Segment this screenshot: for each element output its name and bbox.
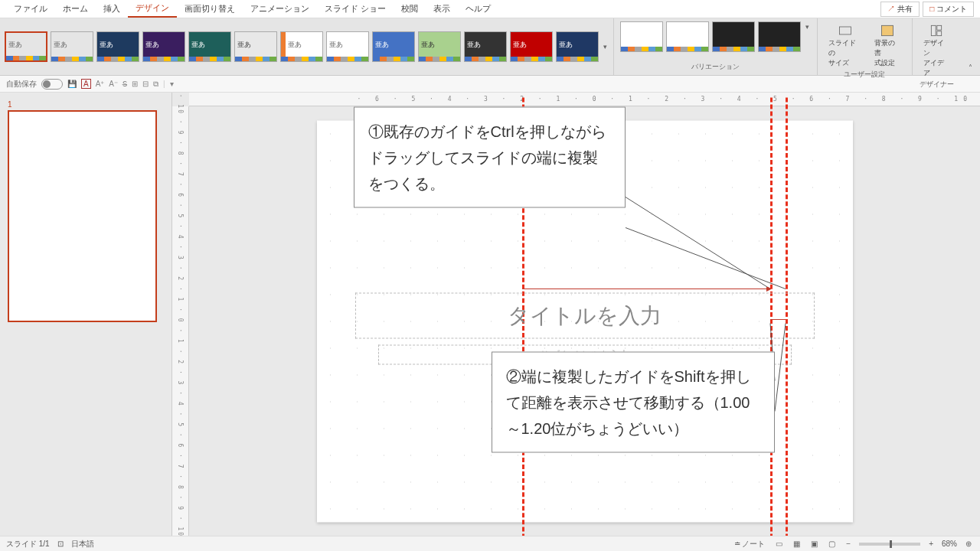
theme-thumb[interactable]: 亜あ: [418, 31, 461, 62]
strikethrough-icon[interactable]: S̶: [122, 80, 127, 88]
autosave-label: 自動保存: [6, 79, 37, 90]
theme-thumb[interactable]: 亜あ: [510, 31, 553, 62]
slide-thumbnail[interactable]: [8, 110, 157, 322]
theme-thumb[interactable]: 亜あ: [280, 31, 323, 62]
sorter-view-button[interactable]: ▦: [791, 540, 802, 548]
menu-bar: ファイル ホーム 挿入 デザイン 画面切り替え アニメーション スライド ショー…: [0, 0, 980, 18]
slide-canvas[interactable]: タイトルを入力 サブタイトルを入力 ①既存のガイドをCtrlを押しながらドラッグ…: [317, 120, 853, 522]
share-button[interactable]: ↗ 共有: [880, 2, 920, 17]
svg-rect-2: [932, 25, 936, 35]
variation-thumb[interactable]: [712, 21, 755, 52]
svg-rect-4: [937, 31, 942, 36]
theme-thumb[interactable]: 亜あ: [234, 31, 277, 62]
zoom-level[interactable]: 68%: [942, 540, 957, 548]
theme-thumb[interactable]: 亜あ: [372, 31, 415, 62]
font-increase-icon[interactable]: A⁺: [96, 80, 105, 88]
menu-view[interactable]: 表示: [426, 1, 458, 17]
menu-file[interactable]: ファイル: [6, 1, 55, 17]
horizontal-ruler[interactable]: · 6 · 5 · 4 · 3 · 2 · 1 · 0 · 1 · 2 · 3 …: [189, 93, 980, 106]
theme-thumb[interactable]: 亜あ: [464, 31, 507, 62]
qat-separator: |: [163, 80, 165, 88]
design-ideas-button[interactable]: デザイン アイデア: [919, 21, 955, 80]
menu-transitions[interactable]: 画面切り替え: [177, 1, 243, 17]
svg-line-5: [626, 197, 770, 289]
svg-rect-0: [839, 27, 851, 34]
autosave-toggle[interactable]: [41, 79, 63, 90]
design-idea-icon: [929, 23, 944, 38]
zoom-out-button[interactable]: −: [844, 540, 853, 548]
ribbon-collapse-button[interactable]: ˄: [961, 60, 980, 75]
theme-more-button[interactable]: ▾: [602, 41, 609, 52]
theme-gallery: 亜あ 亜あ 亜あ 亜あ 亜あ 亜あ 亜あ 亜あ 亜あ 亜あ 亜あ 亜あ 亜あ ▾: [0, 18, 613, 75]
theme-thumb[interactable]: 亜あ: [326, 31, 369, 62]
menu-design[interactable]: デザイン: [128, 0, 177, 18]
comment-button[interactable]: □ コメント: [923, 2, 974, 17]
theme-thumb[interactable]: 亜あ: [556, 31, 599, 62]
menu-slideshow[interactable]: スライド ショー: [317, 1, 394, 17]
reading-view-button[interactable]: ▣: [808, 540, 820, 548]
background-icon: [880, 23, 895, 38]
menu-help[interactable]: ヘルプ: [458, 1, 498, 17]
distribute-icon[interactable]: ⊟: [142, 80, 149, 88]
background-format-button[interactable]: 背景の書 式設定: [870, 21, 906, 70]
slide-indicator: スライド 1/1: [6, 539, 50, 549]
svg-rect-3: [937, 25, 942, 30]
svg-rect-1: [882, 25, 893, 35]
ribbon-label-variation: バリエーション: [691, 62, 740, 72]
accessibility-icon[interactable]: ⊡: [57, 540, 64, 548]
language-indicator[interactable]: 日本語: [71, 539, 94, 549]
theme-thumb[interactable]: 亜あ: [5, 31, 47, 62]
ribbon-design: 亜あ 亜あ 亜あ 亜あ 亜あ 亜あ 亜あ 亜あ 亜あ 亜あ 亜あ 亜あ 亜あ ▾…: [0, 18, 980, 76]
main-area: 1 · 6 · 5 · 4 · 3 · 2 · 1 · 0 · 1 · 2 · …: [0, 93, 980, 536]
ribbon-label-designer: デザイナー: [920, 80, 954, 90]
menu-review[interactable]: 校閲: [394, 1, 426, 17]
menu-animations[interactable]: アニメーション: [243, 1, 317, 17]
slideshow-view-button[interactable]: ▢: [826, 540, 838, 548]
variation-thumb[interactable]: [620, 21, 663, 52]
title-placeholder[interactable]: タイトルを入力: [355, 292, 815, 338]
notes-button[interactable]: ≐ ノート: [732, 539, 768, 549]
align-icon[interactable]: ⊞: [132, 80, 138, 88]
slide-number: 1: [8, 100, 164, 109]
save-icon[interactable]: 💾: [67, 80, 77, 88]
zoom-in-button[interactable]: +: [926, 540, 936, 548]
qat-dropdown-icon[interactable]: ▾: [170, 80, 174, 88]
slide-size-button[interactable]: スライドの サイズ: [824, 21, 867, 70]
zoom-slider[interactable]: [859, 543, 920, 546]
variation-more-button[interactable]: ▾: [804, 21, 811, 52]
textbox-icon[interactable]: A: [81, 79, 91, 89]
variation-thumb[interactable]: [666, 21, 709, 52]
canvas-wrap[interactable]: タイトルを入力 サブタイトルを入力 ①既存のガイドをCtrlを押しながらドラッグ…: [189, 106, 980, 536]
theme-thumb[interactable]: 亜あ: [96, 31, 139, 62]
quick-access-toolbar: 自動保存 💾 A A⁺ A⁻ S̶ ⊞ ⊟ ⧉ | ▾: [0, 76, 980, 93]
svg-line-6: [626, 227, 786, 289]
theme-thumb[interactable]: 亜あ: [142, 31, 185, 62]
callout-2: ②端に複製したガイドをShiftを押して距離を表示させて移動する（1.00～1.…: [492, 351, 775, 452]
menu-home[interactable]: ホーム: [55, 1, 96, 17]
ribbon-group-variation: ▾ バリエーション: [613, 18, 817, 75]
vertical-ruler[interactable]: 14 · 13 · 12 · 11 · 10 · 9 · 8 · 7 · 6 ·…: [172, 106, 189, 536]
ribbon-group-designer: デザイン アイデア デザイナー: [912, 18, 961, 75]
fit-window-button[interactable]: ⊕: [963, 540, 974, 548]
menu-insert[interactable]: 挿入: [96, 1, 128, 17]
slide-size-icon: [838, 23, 853, 38]
status-bar: スライド 1/1 ⊡ 日本語 ≐ ノート ▭ ▦ ▣ ▢ − + 68% ⊕: [0, 536, 980, 551]
callout-1: ①既存のガイドをCtrlを押しながらドラッグしてスライドの端に複製をつくる。: [354, 106, 626, 207]
ribbon-label-user: ユーザー設定: [844, 70, 885, 80]
ribbon-group-user-settings: スライドの サイズ 背景の書 式設定 ユーザー設定: [817, 18, 912, 75]
editor-area: · 6 · 5 · 4 · 3 · 2 · 1 · 0 · 1 · 2 · 3 …: [172, 93, 980, 536]
group-icon[interactable]: ⧉: [153, 80, 158, 89]
theme-thumb[interactable]: 亜あ: [188, 31, 231, 62]
theme-thumb[interactable]: 亜あ: [51, 31, 93, 62]
variation-thumb[interactable]: [758, 21, 801, 52]
slide-panel: 1: [0, 93, 172, 536]
font-decrease-icon[interactable]: A⁻: [109, 80, 118, 88]
normal-view-button[interactable]: ▭: [773, 540, 785, 548]
